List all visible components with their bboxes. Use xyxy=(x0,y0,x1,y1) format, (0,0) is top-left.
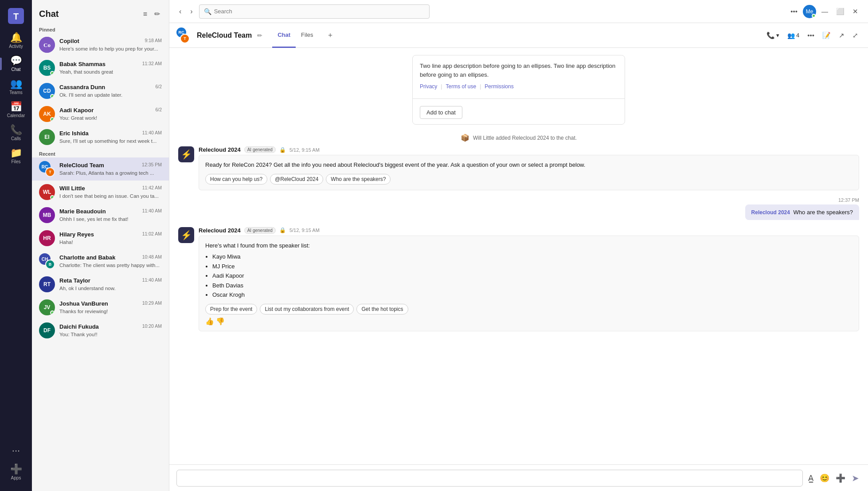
chat-preview-hilary: Haha! xyxy=(59,240,73,245)
sidebar-item-files[interactable]: 📁 Files xyxy=(0,145,32,168)
avatar-aadi: AK xyxy=(39,106,55,122)
bot-msg-time-2: 5/12, 9:15 AM xyxy=(289,228,320,233)
speaker-5: Oscar Krogh xyxy=(212,291,852,299)
avatar-reta: RT xyxy=(39,276,55,292)
nav-back-button[interactable]: ‹ xyxy=(176,6,184,17)
system-message-icon: 📦 xyxy=(461,134,469,142)
chip-relecloud2024[interactable]: @ReleCloud 2024 xyxy=(270,174,323,185)
chat-item-will[interactable]: WL Will Little 11:42 AM I don't see that… xyxy=(32,181,169,204)
filter-button[interactable]: ≡ xyxy=(141,8,149,20)
user-msg-sender: Relecloud 2024 xyxy=(751,209,790,216)
chat-item-charlotte[interactable]: CH B Charlotte and Babak 10:48 AM Charlo… xyxy=(32,250,169,273)
bot-avatar-2: ⚡ xyxy=(178,227,194,243)
user-bubble: Relecloud 2024 Who are the speakers? xyxy=(745,204,859,220)
messages-area: Two line app description before going to… xyxy=(169,48,868,464)
avatar-relecloud: RC T xyxy=(39,161,55,177)
attach-button[interactable]: ➕ xyxy=(834,471,847,485)
chip-who-speakers[interactable]: Who are the speakers? xyxy=(326,174,391,185)
chat-item-babak[interactable]: BS Babak Shammas 11:32 AM Yeah, that sou… xyxy=(32,56,169,79)
participants-count: 4 xyxy=(796,32,799,39)
compose-button[interactable]: ✏ xyxy=(152,8,162,20)
chat-list-header-icons: ≡ ✏ xyxy=(141,8,162,20)
chat-item-marie[interactable]: MB Marie Beaudouin 11:40 AM Ohhh I see, … xyxy=(32,204,169,227)
search-input[interactable] xyxy=(214,8,425,15)
sidebar-item-apps[interactable]: ➕ Apps xyxy=(0,461,32,484)
participants-button[interactable]: 👥 4 xyxy=(785,30,802,41)
svg-text:Co: Co xyxy=(43,42,51,48)
avatar-marie: MB xyxy=(39,207,55,223)
chat-preview-daichi: You: Thank you!! xyxy=(59,332,98,337)
chat-item-cassandra[interactable]: CD Cassandra Dunn 6/2 Ok. I'll send an u… xyxy=(32,79,169,102)
maximize-button[interactable]: ⬜ xyxy=(833,6,847,17)
chat-info-copilot: Copilot 9:18 AM Here's some info to help… xyxy=(59,38,162,52)
chat-item-reta[interactable]: RT Reta Taylor 11:40 AM Ah, ok I underst… xyxy=(32,273,169,296)
bot-message-2: ⚡ Relecloud 2024 AI generated 🔒 5/12, 9:… xyxy=(178,227,859,331)
user-avatar[interactable]: Me xyxy=(803,5,816,18)
call-button[interactable]: 📞 ▾ xyxy=(764,30,782,41)
chat-preview-will: I don't see that being an issue. Can you… xyxy=(59,193,159,199)
user-msg-wrap: Relecloud 2024 Who are the speakers? xyxy=(178,204,859,220)
chip-list-collaborators[interactable]: List out my collaborators from event xyxy=(260,304,354,314)
chat-info-relecloud: ReleCloud Team 12:35 PM Sarah: Plus, Atl… xyxy=(59,162,162,177)
thumbs-down-button[interactable]: 👎 xyxy=(216,317,225,326)
chat-item-eric[interactable]: EI Eric Ishida 11:40 AM Sure, I'll set u… xyxy=(32,126,169,149)
ai-badge-2: AI generated xyxy=(244,227,276,234)
channel-more-button[interactable]: ••• xyxy=(805,30,817,41)
message-input[interactable] xyxy=(176,470,803,487)
edit-channel-icon[interactable]: ✏ xyxy=(257,32,262,39)
chat-name-aadi: Aadi Kapoor xyxy=(59,107,94,114)
chat-info-daichi: Daichi Fukuda 10:20 AM You: Thank you!! xyxy=(59,323,162,338)
terms-link[interactable]: Terms of use xyxy=(446,83,476,90)
close-button[interactable]: ✕ xyxy=(850,6,861,17)
emoji-button[interactable]: 😊 xyxy=(818,471,831,485)
bot-bubble-1: Ready for ReleCon 2024? Get all the info… xyxy=(199,155,859,190)
top-bar-right: ••• Me — ⬜ ✕ xyxy=(788,5,861,18)
chip-prep-event[interactable]: Prep for the event xyxy=(205,304,257,314)
prompt-chips-1: How can you help us? @ReleCloud 2024 Who… xyxy=(205,174,852,185)
chat-time-eric: 11:40 AM xyxy=(142,130,162,137)
chat-item-joshua[interactable]: JV Joshua VanBuren 10:29 AM Thanks for r… xyxy=(32,296,169,319)
tab-files[interactable]: Files xyxy=(296,23,318,48)
add-to-chat-button[interactable]: Add to chat xyxy=(420,106,462,119)
chat-header: RC T ReleCloud Team ✏ Chat Files ＋ 📞 ▾ 👥… xyxy=(169,23,868,48)
chat-name-babak: Babak Shammas xyxy=(59,61,106,67)
bot-message-1-meta: Relecloud 2024 AI generated 🔒 5/12, 9:15… xyxy=(199,146,859,153)
chat-item-copilot[interactable]: Co Copilot 9:18 AM Here's some info to h… xyxy=(32,33,169,56)
bot-sender-name-1: Relecloud 2024 xyxy=(199,146,241,153)
chat-name-charlotte: Charlotte and Babak xyxy=(59,254,115,261)
sidebar-item-calendar[interactable]: 📅 Calendar xyxy=(0,98,32,122)
online-indicator xyxy=(50,71,55,75)
more-options-button[interactable]: ••• xyxy=(788,6,800,17)
chat-item-aadi[interactable]: AK Aadi Kapoor 6/2 You: Great work! xyxy=(32,102,169,126)
sidebar-more-button[interactable]: ··· xyxy=(0,442,32,459)
sidebar-item-activity[interactable]: 🔔 Activity xyxy=(0,29,32,52)
search-bar[interactable]: 🔍 xyxy=(199,4,430,19)
chip-how-help[interactable]: How can you help us? xyxy=(205,174,267,185)
sidebar-item-teams[interactable]: 👥 Teams xyxy=(0,75,32,98)
expand-button[interactable]: ⤢ xyxy=(850,30,861,41)
privacy-link[interactable]: Privacy xyxy=(420,83,437,90)
speaker-4: Beth Davias xyxy=(212,281,852,290)
chat-name-cassandra: Cassandra Dunn xyxy=(59,84,105,90)
tab-chat[interactable]: Chat xyxy=(272,23,296,48)
chat-item-daichi[interactable]: DF Daichi Fukuda 10:20 AM You: Thank you… xyxy=(32,319,169,342)
sidebar-item-chat[interactable]: 💬 Chat xyxy=(0,52,32,75)
thumbs-up-button[interactable]: 👍 xyxy=(205,317,214,326)
sidebar-item-calls[interactable]: 📞 Calls xyxy=(0,122,32,145)
format-text-button[interactable]: A̲ xyxy=(806,471,815,485)
share-button[interactable]: ↗ xyxy=(836,30,847,41)
chat-time-aadi: 6/2 xyxy=(155,107,162,114)
chat-preview-relecloud: Sarah: Plus, Atlanta has a growing tech … xyxy=(59,170,154,176)
avatar-joshua: JV xyxy=(39,299,55,315)
notes-button[interactable]: 📝 xyxy=(820,30,833,41)
nav-forward-button[interactable]: › xyxy=(188,6,195,17)
chat-item-hilary[interactable]: HR Hilary Reyes 11:02 AM Haha! xyxy=(32,227,169,250)
chip-hot-topics[interactable]: Get the hot topics xyxy=(356,304,408,314)
permissions-link[interactable]: Permissions xyxy=(485,83,513,90)
send-button[interactable]: ➤ xyxy=(850,471,861,485)
teams-logo: T xyxy=(8,8,24,24)
speaker-2: MJ Price xyxy=(212,262,852,271)
minimize-button[interactable]: — xyxy=(819,6,831,17)
add-tab-button[interactable]: ＋ xyxy=(323,23,337,48)
chat-item-relecloud[interactable]: RC T ReleCloud Team 12:35 PM Sarah: Plus… xyxy=(32,157,169,181)
